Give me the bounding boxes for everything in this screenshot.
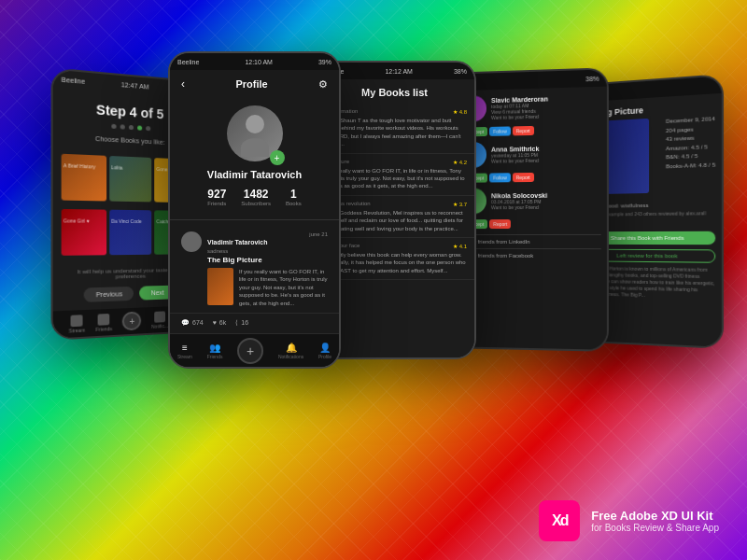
stat-subscribers: 1482 Subscribers xyxy=(241,188,271,206)
notif-label-2: Notifications xyxy=(278,354,303,359)
nav-friends-label: Friends xyxy=(96,326,113,332)
back-button[interactable]: ‹ xyxy=(181,77,185,91)
books-count: 1 xyxy=(290,188,297,201)
friend-want-2: Want to be your Friend xyxy=(491,156,601,163)
nav-friends[interactable]: Friends xyxy=(96,313,113,331)
friends-icon-2: 👥 xyxy=(209,343,220,353)
carrier-1: Beeline xyxy=(62,76,85,84)
nav2-add[interactable]: + xyxy=(237,338,263,364)
report-button-3[interactable]: Report xyxy=(489,219,511,229)
xd-logo: Xd xyxy=(539,500,580,541)
notifications-icon-2: 🔔 xyxy=(286,343,297,353)
nav2-friends[interactable]: 👥 Friends xyxy=(207,343,223,359)
nav2-profile[interactable]: 👤 Profile xyxy=(318,343,331,359)
book-detail-info: December 9, 2014 204 pages 43 reviews Am… xyxy=(666,115,715,199)
xd-label: Xd xyxy=(552,513,567,528)
friend-actions-3: Accept Report xyxy=(460,219,600,229)
avatar-wrapper: + xyxy=(227,105,283,163)
step-dot-3 xyxy=(128,125,133,130)
book-thumb-2[interactable]: Lolita xyxy=(109,156,152,202)
comments-count: 674 xyxy=(192,319,204,326)
friends-label-2: Friends xyxy=(207,354,223,359)
follow-button-1[interactable]: Follow xyxy=(489,126,510,135)
likes-icon: ♥ xyxy=(213,319,217,326)
post-book-title: The Big Picture xyxy=(207,256,328,264)
step-dot-5 xyxy=(146,126,150,131)
nav-notifications[interactable]: Notific... xyxy=(151,311,168,329)
profile-divider xyxy=(170,219,339,220)
profile-post: Vladimir Tatarovich june 21 sadness The … xyxy=(170,226,339,313)
phone2-content: ‹ Profile ⚙ + Vladimir Tatarovich 927 Fr… xyxy=(170,70,339,367)
time-2: 12:10 AM xyxy=(245,59,273,65)
add-photo-button[interactable]: + xyxy=(270,150,285,165)
friends-icon xyxy=(98,313,110,325)
battery-3: 38% xyxy=(454,68,467,75)
stat-books: 1 Books xyxy=(286,188,302,206)
branding-sub-text: for Books Review & Share App xyxy=(591,523,719,533)
comments-icon: 💬 xyxy=(181,319,190,327)
book-rating-3: ★ 3.7 xyxy=(453,201,467,207)
subscribers-label: Subscribers xyxy=(241,201,271,206)
friend-item-3: Nikola Solocovski 03.04.2018 at 17:05 PM… xyxy=(460,187,600,214)
carrier-2: Beeline xyxy=(177,59,199,65)
friend-info-3: Nikola Solocovski 03.04.2018 at 17:05 PM… xyxy=(491,191,601,210)
book-tag-1: transformation ★ 4.8 xyxy=(322,108,467,114)
likes-count: 6k xyxy=(219,319,226,326)
facebook-import[interactable]: Import friends from Facebook xyxy=(460,248,600,263)
step-dot-4 xyxy=(137,125,142,130)
profile-stats: 927 Friends 1482 Subscribers 1 Books xyxy=(207,188,301,206)
report-button-1[interactable]: Report xyxy=(513,126,534,135)
book-text-3: In The Goddess Revolution, Mel inspires … xyxy=(322,209,467,232)
time-1: 12:47 AM xyxy=(121,81,149,91)
book-text-1: I know Shaun T as the tough love motivat… xyxy=(322,117,467,148)
book-text-2: If you really want to GO FOR IT, in life… xyxy=(322,167,467,190)
previous-button[interactable]: Previous xyxy=(84,287,134,302)
settings-icon[interactable]: ⚙ xyxy=(318,78,328,91)
shares-icon: ⟨ xyxy=(235,319,238,327)
nav-notif-label: Notific... xyxy=(151,322,168,329)
post-status: sadness xyxy=(207,248,328,254)
friend-item-1: Slavic Marderoran today at 07:11 AM View… xyxy=(460,92,600,122)
stream-icon-2: ≡ xyxy=(182,343,188,353)
book-thumb-4[interactable]: Gone Girl ♥ xyxy=(62,209,106,256)
report-button-2[interactable]: Report xyxy=(513,173,534,182)
friend-want-3: Want to be your Friend xyxy=(491,203,601,210)
profile-title: Profile xyxy=(235,78,267,90)
time-3: 12:12 AM xyxy=(385,68,413,75)
status-bar-2: Beeline 12:10 AM 39% xyxy=(170,53,339,70)
post-date: june 21 xyxy=(309,231,328,237)
friend-actions-1: Accept Follow Report xyxy=(460,124,600,136)
friend-item-2: Anna Smithrick yesterday at 11:05 PM Wan… xyxy=(460,140,600,168)
book-tag-4: wash your face ★ 4.1 xyxy=(322,243,467,248)
step-dot-1 xyxy=(111,124,116,129)
subscribers-count: 1482 xyxy=(244,188,269,201)
nav-stream-label: Stream xyxy=(69,327,85,333)
book-thumb-label-2: Lolita xyxy=(109,162,125,173)
stream-label-2: Stream xyxy=(177,354,192,359)
follow-button-2[interactable]: Follow xyxy=(489,173,510,182)
profile-label-2: Profile xyxy=(318,354,331,359)
books-label: Books xyxy=(286,201,302,206)
books-list-title: My Books list xyxy=(324,87,465,98)
book-tag-2: Big Picture ★ 4.2 xyxy=(322,159,467,164)
bottom-nav-2: ≡ Stream 👥 Friends + 🔔 Notifications 👤 P… xyxy=(170,333,339,367)
post-shares: ⟨ 16 xyxy=(235,319,248,327)
linkedin-import[interactable]: Import friends from LinkedIn xyxy=(460,234,600,248)
post-author-avatar xyxy=(181,231,202,252)
post-author-name: Vladimir Tatarovich xyxy=(207,239,267,245)
book-rating-1: ★ 4.8 xyxy=(453,108,467,115)
book-thumb-1[interactable]: A Brief History xyxy=(62,154,106,202)
profile-avatar-section: + Vladimir Tatarovich 927 Friends 1482 S… xyxy=(170,96,339,214)
branding-text: Free Adobe XD UI Kit for Books Review & … xyxy=(591,509,719,533)
nav2-notifications[interactable]: 🔔 Notifications xyxy=(278,343,303,359)
notifications-icon xyxy=(154,311,165,322)
battery-2: 39% xyxy=(318,59,331,65)
book-tag-3: Goddess revolution ★ 3.7 xyxy=(322,201,467,206)
nav-add-button[interactable]: + xyxy=(122,312,141,331)
profile-icon-2: 👤 xyxy=(319,343,331,353)
phones-container: Beeline 12:47 AM 39% Step 4 of 5 Choose … xyxy=(0,0,747,560)
post-likes: ♥ 6k xyxy=(213,319,227,327)
nav2-stream[interactable]: ≡ Stream xyxy=(177,343,192,359)
book-thumb-5[interactable]: Da Vinci Code xyxy=(109,210,152,256)
nav-stream[interactable]: Stream xyxy=(69,315,85,333)
